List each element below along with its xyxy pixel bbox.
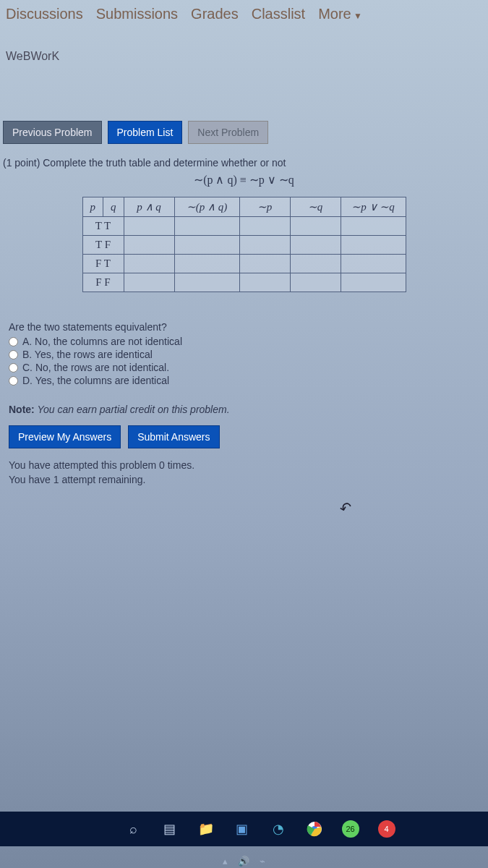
col-not-p: ∼p bbox=[239, 197, 290, 217]
question-title: Are the two statements equivalent? bbox=[9, 321, 479, 333]
radio-a[interactable] bbox=[9, 337, 18, 346]
col-q: q bbox=[103, 197, 124, 217]
col-not-q: ∼q bbox=[290, 197, 341, 217]
cell-input[interactable] bbox=[239, 255, 290, 273]
cell-input[interactable] bbox=[124, 217, 174, 236]
cell-input[interactable] bbox=[341, 236, 406, 255]
battery-icon[interactable]: ⌁ bbox=[260, 856, 265, 867]
cell-input[interactable] bbox=[239, 236, 290, 255]
nav-submissions[interactable]: Submissions bbox=[96, 6, 178, 22]
edge-icon[interactable]: ◔ bbox=[268, 819, 288, 839]
explorer-icon[interactable]: 📁 bbox=[196, 819, 216, 839]
system-tray[interactable]: ▴ 🔊 ⌁ bbox=[223, 856, 265, 867]
cell-input[interactable] bbox=[341, 217, 406, 236]
option-c[interactable]: C. No, the rows are not identical. bbox=[9, 362, 479, 373]
cursor-icon: ↶ bbox=[338, 498, 354, 518]
cell-input[interactable] bbox=[174, 273, 239, 292]
problem-list-button[interactable]: Problem List bbox=[108, 121, 183, 144]
top-nav: Discussions Submissions Grades Classlist… bbox=[0, 0, 488, 28]
cell-input[interactable] bbox=[290, 273, 341, 292]
nav-discussions[interactable]: Discussions bbox=[6, 6, 83, 22]
cell-input[interactable] bbox=[239, 273, 290, 292]
search-icon[interactable]: ⌕ bbox=[124, 819, 144, 839]
app2-icon[interactable]: 4 bbox=[377, 819, 397, 839]
attempts-info: You have attempted this problem 0 times.… bbox=[9, 459, 479, 487]
cell-input[interactable] bbox=[174, 217, 239, 236]
store-icon[interactable]: ▣ bbox=[232, 819, 252, 839]
task-view-icon[interactable]: ▤ bbox=[160, 819, 180, 839]
cell-input[interactable] bbox=[124, 236, 174, 255]
radio-c[interactable] bbox=[9, 363, 18, 373]
table-row: T T bbox=[82, 217, 406, 236]
cell-input[interactable] bbox=[124, 255, 174, 273]
col-or: ∼p ∨ ∼q bbox=[341, 197, 406, 217]
wifi-icon[interactable]: ▴ bbox=[223, 856, 228, 867]
breadcrumb[interactable]: WeBWorK bbox=[0, 28, 488, 70]
option-a[interactable]: A. No, the columns are not identical bbox=[9, 336, 479, 347]
chrome-icon[interactable] bbox=[304, 819, 325, 839]
option-d[interactable]: D. Yes, the columns are identical bbox=[9, 375, 479, 386]
option-b[interactable]: B. Yes, the rows are identical bbox=[9, 349, 479, 360]
submit-answers-button[interactable]: Submit Answers bbox=[128, 425, 219, 448]
sound-icon[interactable]: 🔊 bbox=[238, 856, 249, 867]
cell-input[interactable] bbox=[124, 273, 174, 292]
cell-input[interactable] bbox=[290, 236, 341, 255]
note: Note: You can earn partial credit on thi… bbox=[9, 404, 479, 415]
taskbar: ⌕ ▤ 📁 ▣ ◔ 26 4 bbox=[0, 812, 488, 846]
cell-input[interactable] bbox=[290, 217, 341, 236]
table-row: F T bbox=[82, 255, 406, 273]
truth-table: p q p ∧ q ∼(p ∧ q) ∼p ∼q ∼p ∨ ∼q T T T F bbox=[82, 197, 406, 292]
col-not-pq: ∼(p ∧ q) bbox=[174, 197, 239, 217]
cell-input[interactable] bbox=[341, 255, 406, 273]
nav-more[interactable]: More bbox=[318, 6, 362, 22]
problem-instruction: (1 point) Complete the truth table and d… bbox=[3, 157, 485, 169]
table-row: F F bbox=[82, 273, 406, 292]
question-block: Are the two statements equivalent? A. No… bbox=[9, 321, 479, 386]
previous-problem-button[interactable]: Previous Problem bbox=[3, 121, 102, 144]
col-pq: p ∧ q bbox=[124, 197, 174, 217]
preview-answers-button[interactable]: Preview My Answers bbox=[9, 425, 121, 448]
next-problem-button[interactable]: Next Problem bbox=[188, 121, 268, 144]
windows-start-icon[interactable] bbox=[92, 821, 108, 837]
cell-input[interactable] bbox=[239, 217, 290, 236]
main-content: Previous Problem Problem List Next Probl… bbox=[0, 70, 488, 494]
app-icon[interactable]: 26 bbox=[341, 819, 361, 839]
cell-input[interactable] bbox=[174, 236, 239, 255]
problem-equation: ∼(p ∧ q) ≡ ∼p ∨ ∼q bbox=[3, 173, 485, 187]
col-p: p bbox=[82, 197, 103, 217]
cell-input[interactable] bbox=[174, 255, 239, 273]
nav-classlist[interactable]: Classlist bbox=[252, 6, 305, 22]
radio-d[interactable] bbox=[9, 376, 18, 386]
nav-grades[interactable]: Grades bbox=[191, 6, 239, 22]
cell-input[interactable] bbox=[341, 273, 406, 292]
cell-input[interactable] bbox=[290, 255, 341, 273]
radio-b[interactable] bbox=[9, 350, 18, 359]
table-row: T F bbox=[82, 236, 406, 255]
